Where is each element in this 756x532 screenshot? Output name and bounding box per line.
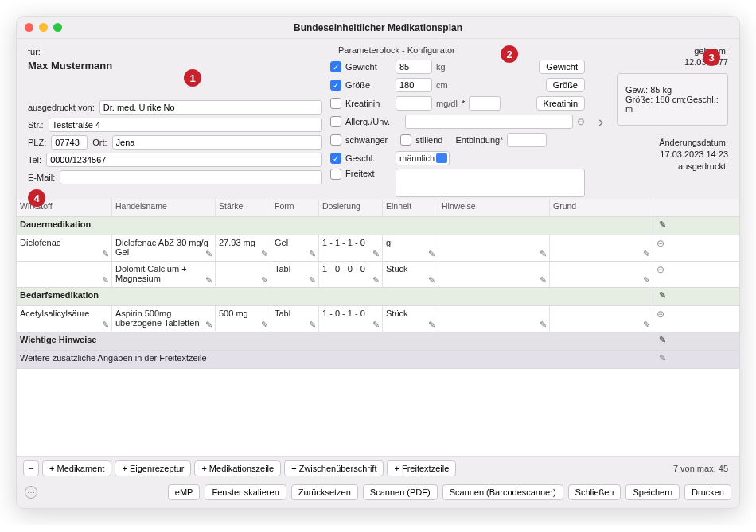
pencil-icon[interactable]: ✎ [540, 249, 547, 259]
email-field[interactable] [60, 170, 322, 184]
table-cell[interactable]: ✎ [550, 262, 653, 287]
help-icon[interactable]: ⋯ [25, 486, 37, 499]
pencil-icon[interactable]: ✎ [428, 320, 435, 330]
zuruecksetzen-button[interactable]: Zurücksetzen [291, 484, 358, 500]
groesse-button[interactable]: Größe [546, 78, 585, 92]
pencil-icon[interactable]: ✎ [428, 275, 435, 285]
schwanger-checkbox[interactable] [330, 134, 341, 146]
table-cell[interactable]: 27.93 mg✎ [216, 235, 271, 261]
table-row[interactable]: ✎Dolomit Calcium + Magnesium✎✎Tabl✎1 - 0… [17, 262, 739, 288]
row-remove[interactable] [653, 306, 669, 332]
pencil-icon[interactable]: ✎ [643, 275, 650, 285]
table-cell[interactable]: 500 mg✎ [216, 306, 271, 332]
add-medikationszeile-button[interactable]: + Medikationszeile [194, 460, 281, 476]
allerg-remove-icon[interactable] [577, 116, 585, 127]
allerg-checkbox[interactable] [330, 116, 341, 127]
pencil-icon[interactable]: ✎ [102, 320, 109, 330]
remove-icon[interactable] [657, 309, 664, 320]
pencil-icon[interactable]: ✎ [659, 335, 666, 345]
scan-barcode-button[interactable]: Scannen (Barcodescanner) [442, 484, 563, 500]
close-icon[interactable] [25, 23, 33, 32]
ort-field[interactable] [112, 135, 322, 150]
table-cell[interactable]: ✎ [438, 306, 550, 332]
pencil-icon[interactable]: ✎ [540, 320, 547, 330]
plz-field[interactable] [51, 135, 88, 150]
gewicht-field[interactable] [396, 60, 432, 74]
table-cell[interactable]: Tabl✎ [271, 306, 319, 332]
pencil-icon[interactable]: ✎ [261, 320, 268, 330]
pencil-icon[interactable]: ✎ [643, 249, 650, 259]
remove-icon[interactable] [657, 264, 664, 275]
geschl-checkbox[interactable]: ✓ [330, 153, 341, 164]
table-cell[interactable]: ✎ [438, 262, 550, 287]
pencil-icon[interactable]: ✎ [102, 275, 109, 285]
pencil-icon[interactable]: ✎ [205, 320, 212, 330]
table-cell[interactable]: ✎ [216, 262, 271, 287]
table-cell[interactable]: Aspirin 500mg überzogene Tabletten✎ [112, 306, 216, 332]
drucken-button[interactable]: Drucken [684, 484, 731, 500]
gewicht-checkbox[interactable]: ✓ [330, 61, 341, 72]
pencil-icon[interactable]: ✎ [659, 290, 666, 301]
table-row[interactable]: Diclofenac✎Diclofenac AbZ 30 mg/g Gel✎27… [17, 235, 739, 262]
table-cell[interactable]: Dolomit Calcium + Magnesium✎ [112, 262, 216, 287]
table-cell[interactable]: Acetylsalicylsäure✎ [17, 306, 112, 332]
pencil-icon[interactable]: ✎ [428, 249, 435, 259]
pencil-icon[interactable]: ✎ [540, 275, 547, 285]
table-cell[interactable]: ✎ [550, 306, 653, 332]
pencil-icon[interactable]: ✎ [309, 275, 316, 285]
table-cell[interactable]: ✎ [438, 235, 550, 261]
freitext-textarea[interactable] [396, 169, 585, 197]
pencil-icon[interactable]: ✎ [372, 275, 380, 285]
printed-by-field[interactable] [99, 100, 322, 115]
groesse-field[interactable] [396, 78, 432, 92]
row-remove[interactable] [653, 262, 669, 287]
table-cell[interactable]: Stück✎ [383, 262, 438, 287]
stillend-checkbox[interactable] [400, 134, 411, 146]
pencil-icon[interactable]: ✎ [659, 353, 666, 363]
apply-arrow[interactable]: › [593, 45, 609, 197]
kreatinin-extra-field[interactable] [469, 96, 501, 111]
row-remove[interactable] [653, 235, 669, 261]
table-cell[interactable]: 1 - 0 - 1 - 0✎ [319, 306, 383, 332]
pencil-icon[interactable]: ✎ [372, 320, 380, 330]
table-cell[interactable]: g✎ [383, 235, 438, 261]
pencil-icon[interactable]: ✎ [205, 275, 212, 285]
pencil-icon[interactable]: ✎ [261, 275, 268, 285]
table-cell[interactable]: Diclofenac AbZ 30 mg/g Gel✎ [112, 235, 216, 261]
table-cell[interactable]: Stück✎ [383, 306, 438, 332]
street-field[interactable] [49, 118, 322, 132]
table-cell[interactable]: Tabl✎ [271, 262, 319, 287]
table-cell[interactable]: 1 - 0 - 0 - 0✎ [319, 262, 383, 287]
table-cell[interactable]: Diclofenac✎ [17, 235, 112, 261]
pencil-icon[interactable]: ✎ [261, 249, 268, 259]
pencil-icon[interactable]: ✎ [309, 320, 316, 330]
gewicht-button[interactable]: Gewicht [539, 60, 585, 74]
skalieren-button[interactable]: Fenster skalieren [205, 484, 286, 500]
tel-field[interactable] [46, 153, 322, 167]
emp-button[interactable]: eMP [168, 484, 201, 500]
freitext-checkbox[interactable] [330, 169, 341, 180]
add-freitextzeile-button[interactable]: + Freitextzeile [387, 460, 456, 476]
add-medikament-button[interactable]: + Medikament [42, 460, 111, 476]
pencil-icon[interactable]: ✎ [102, 249, 109, 259]
pencil-icon[interactable]: ✎ [659, 219, 666, 230]
geschl-select[interactable]: männlich [396, 151, 450, 165]
remove-icon[interactable] [657, 238, 664, 249]
add-zwischenueberschrift-button[interactable]: + Zwischenüberschrift [284, 460, 384, 476]
entbindung-field[interactable] [507, 133, 547, 147]
zoom-icon[interactable] [53, 23, 62, 32]
table-cell[interactable]: ✎ [17, 262, 112, 287]
remove-row-button[interactable]: − [23, 460, 39, 476]
kreatinin-button[interactable]: Kreatinin [536, 96, 585, 111]
speichern-button[interactable]: Speichern [625, 484, 680, 500]
table-cell[interactable]: ✎ [550, 235, 653, 261]
kreatinin-checkbox[interactable] [330, 98, 341, 109]
kreatinin-field[interactable] [396, 96, 432, 111]
table-cell[interactable]: 1 - 1 - 1 - 0✎ [319, 235, 383, 261]
minimize-icon[interactable] [39, 23, 48, 32]
table-row[interactable]: Acetylsalicylsäure✎Aspirin 500mg überzog… [17, 306, 739, 332]
table-cell[interactable]: Gel✎ [271, 235, 319, 261]
add-eigenrezeptur-button[interactable]: + Eigenrezeptur [115, 460, 191, 476]
groesse-checkbox[interactable]: ✓ [330, 80, 341, 91]
pencil-icon[interactable]: ✎ [309, 249, 316, 259]
